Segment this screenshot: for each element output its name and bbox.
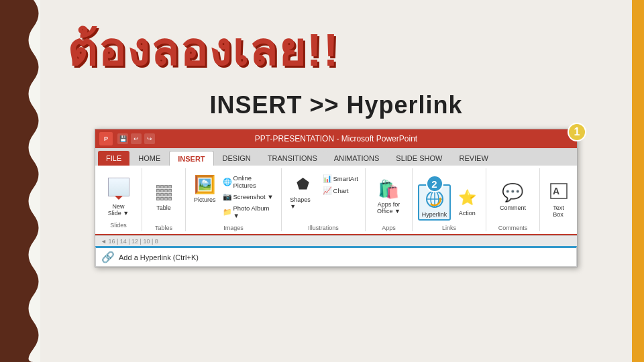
chart-icon: 📈	[323, 186, 332, 195]
textbox-btn[interactable]: A TextBox	[545, 179, 572, 219]
thai-title: ต้องลองเลย!!	[67, 13, 339, 86]
online-pictures-icon: 🌐	[223, 178, 232, 186]
illustrations-group-label: Illustrations	[308, 223, 339, 231]
ruler-text: ◄ 16 | 14 | 12 | 10 | 8	[101, 238, 158, 245]
svg-text:A: A	[553, 186, 559, 196]
step1-badge: 1	[568, 123, 586, 141]
pictures-icon: 🖼️	[194, 172, 215, 196]
action-icon: ⭐	[456, 186, 478, 210]
shapes-icon: ⬟	[292, 172, 313, 196]
apps-label: Apps forOffice ▼	[377, 201, 400, 215]
action-label: Action	[459, 210, 476, 217]
smartart-label: SmartArt	[333, 175, 358, 182]
tooltip-text: Add a Hyperlink (Ctrl+K)	[119, 253, 199, 261]
wavy-right-border	[632, 0, 644, 362]
title-bar-text: PPT-PRESENTATION - Microsoft PowerPoint	[101, 134, 572, 143]
title-bar-icons: P 💾 ↩ ↪	[99, 132, 155, 145]
step2-badge: 2	[426, 175, 443, 192]
tables-group-label: Tables	[155, 223, 172, 231]
comment-btn[interactable]: 💬 Comment	[497, 179, 529, 213]
apps-group-label: Apps	[382, 223, 396, 231]
apps-icon: 🛍️	[378, 177, 399, 201]
tab-home[interactable]: HOME	[130, 151, 168, 166]
links-group: 2 Hyperlink	[413, 168, 486, 231]
comments-group: 💬 Comment Comments	[486, 168, 540, 231]
save-qa-btn[interactable]: 💾	[117, 133, 128, 144]
tab-transitions[interactable]: TRANSITIONS	[260, 151, 325, 166]
tab-file[interactable]: FILE	[98, 151, 129, 166]
tooltip-icon: 🔗	[101, 251, 115, 263]
screenshot-btn[interactable]: 📷 Screenshot ▼	[221, 192, 276, 202]
images-group: 🖼️ Pictures 🌐 Online Pictures 📷 Screensh…	[186, 168, 282, 231]
ribbon: NewSlide ▼ Slides	[95, 166, 577, 235]
smartart-icon: 📊	[323, 174, 332, 183]
ppt-logo: P	[99, 132, 113, 145]
photo-album-label: Photo Album ▼	[233, 204, 275, 219]
pictures-label: Pictures	[194, 196, 216, 203]
screenshot-icon: 📷	[223, 192, 232, 201]
undo-qa-btn[interactable]: ↩	[131, 133, 142, 144]
redo-qa-btn[interactable]: ↪	[144, 133, 155, 144]
textbox-icon: A	[548, 180, 570, 204]
pictures-btn[interactable]: 🖼️ Pictures	[191, 171, 219, 204]
photo-album-icon: 📁	[223, 208, 232, 217]
insert-heading: INSERT >> Hyperlink	[209, 91, 462, 119]
tab-animations[interactable]: ANIMATIONS	[326, 151, 388, 166]
wavy-left-border	[0, 0, 44, 362]
main-content: ต้องลองเลย!! INSERT >> Hyperlink P 💾 ↩ ↪…	[40, 0, 632, 362]
smartart-btn[interactable]: 📊 SmartArt	[321, 174, 360, 184]
ruler-area: ◄ 16 | 14 | 12 | 10 | 8	[95, 235, 577, 246]
tab-bar: FILE HOME INSERT DESIGN TRANSITIONS ANIM…	[95, 148, 577, 166]
comments-group-label: Comments	[498, 223, 528, 231]
new-slide-label: NewSlide ▼	[108, 203, 129, 217]
table-icon	[153, 180, 174, 204]
online-pictures-label: Online Pictures	[233, 174, 275, 189]
tooltip-bar: 🔗 Add a Hyperlink (Ctrl+K)	[95, 246, 577, 267]
table-label: Table	[156, 204, 171, 211]
tab-insert[interactable]: INSERT	[169, 151, 213, 166]
table-btn[interactable]: Table	[150, 179, 177, 213]
quick-access: 💾 ↩ ↪	[117, 132, 155, 145]
chart-btn[interactable]: 📈 Chart	[321, 186, 360, 196]
hyperlink-label: Hyperlink	[422, 211, 447, 218]
photo-album-btn[interactable]: 📁 Photo Album ▼	[221, 204, 276, 220]
shapes-btn[interactable]: ⬟ Shapes ▼	[287, 171, 318, 211]
chart-label: Chart	[333, 187, 349, 194]
apps-btn[interactable]: 🛍️ Apps forOffice ▼	[374, 176, 403, 216]
links-group-label: Links	[442, 223, 456, 231]
shapes-label: Shapes ▼	[290, 196, 315, 210]
tab-slideshow[interactable]: SLIDE SHOW	[388, 151, 450, 166]
textbox-label: TextBox	[553, 204, 564, 218]
title-bar: P 💾 ↩ ↪ 1 PPT-PRESENTATION - Microsoft P…	[95, 129, 577, 148]
new-slide-icon	[108, 175, 129, 199]
action-btn[interactable]: ⭐ Action	[453, 184, 480, 218]
slides-group: NewSlide ▼ Slides	[95, 168, 142, 231]
tab-design[interactable]: DESIGN	[215, 151, 259, 166]
hyperlink-btn[interactable]: 2 Hyperlink	[418, 184, 451, 221]
comment-label: Comment	[500, 204, 526, 211]
apps-group: 🛍️ Apps forOffice ▼ Apps	[366, 168, 413, 231]
illustrations-group: ⬟ Shapes ▼ 📊 SmartArt 📈 Chart	[282, 168, 366, 231]
images-group-label: Images	[223, 223, 244, 231]
tables-group: Table Tables	[142, 168, 186, 231]
text-group: A TextBox	[540, 168, 577, 231]
ribbon-container: P 💾 ↩ ↪ 1 PPT-PRESENTATION - Microsoft P…	[95, 129, 578, 267]
screenshot-label: Screenshot ▼	[233, 193, 274, 200]
tab-review[interactable]: REVIEW	[451, 151, 496, 166]
new-slide-btn[interactable]: NewSlide ▼	[105, 174, 132, 218]
comment-icon: 💬	[502, 180, 523, 204]
online-pictures-btn[interactable]: 🌐 Online Pictures	[221, 174, 276, 190]
slides-group-label: Slides	[110, 221, 127, 229]
